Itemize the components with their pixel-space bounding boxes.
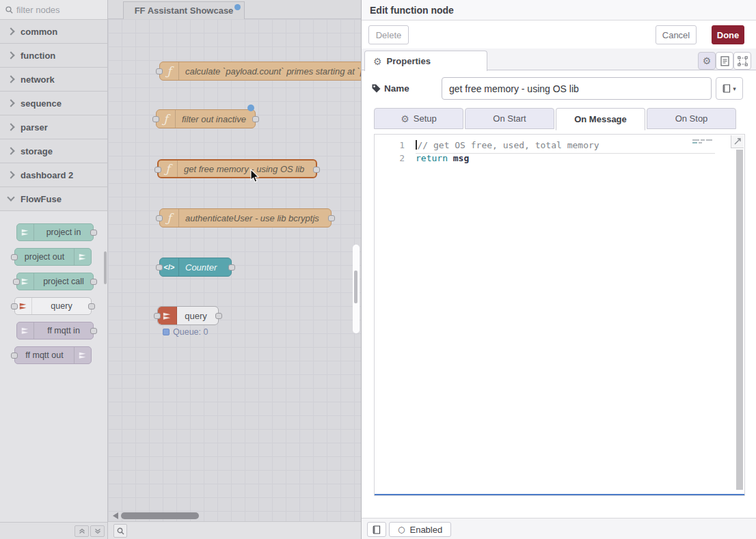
appearance-view-button[interactable] [733, 52, 751, 70]
gear-icon: ⚙ [401, 113, 409, 124]
node-label: calculate `payload.count` primes startin… [179, 62, 361, 80]
appearance-icon [738, 56, 748, 66]
canvas-horizontal-scrollbar [108, 512, 361, 520]
input-port [13, 279, 20, 285]
chevron-right-icon [7, 147, 14, 154]
output-port[interactable] [228, 264, 235, 271]
input-port[interactable] [156, 264, 163, 271]
function-node-filter-out-inactive[interactable]: ƒ filter out inactive [156, 109, 256, 128]
palette-category-storage[interactable]: storage [0, 139, 107, 163]
palette-category-parser[interactable]: parser [0, 115, 107, 139]
input-port[interactable] [152, 116, 159, 122]
flow-tab-bar: FF Assistant Showcase [108, 0, 361, 19]
function-icon: ƒ [157, 110, 176, 128]
palette-node-project-in[interactable]: project in [16, 223, 94, 241]
palette-category-common[interactable]: common [0, 20, 107, 44]
tab-on-stop[interactable]: On Stop [647, 108, 736, 129]
status-text: Queue: 0 [173, 327, 208, 337]
search-icon [117, 527, 124, 535]
output-port[interactable] [313, 167, 320, 173]
node-palette: common function network sequence parser … [0, 0, 108, 539]
cancel-button[interactable]: Cancel [656, 25, 697, 44]
editor-minimap[interactable] [692, 139, 717, 147]
input-port[interactable] [154, 167, 161, 173]
tab-on-message[interactable]: On Message [556, 108, 645, 130]
code-keyword: return [416, 153, 448, 163]
palette-category-network[interactable]: network [0, 68, 107, 92]
palette-node-project-call[interactable]: project call [16, 273, 94, 290]
delete-button[interactable]: Delete [368, 25, 409, 44]
palette-scrollbar-thumb[interactable] [104, 251, 107, 284]
name-input[interactable] [442, 77, 712, 100]
palette-node-label: project in [34, 224, 93, 240]
palette-filter-input[interactable] [16, 5, 92, 15]
node-status: Queue: 0 [163, 327, 208, 337]
output-port[interactable] [252, 116, 259, 122]
palette-category-sequence[interactable]: sequence [0, 92, 107, 115]
tab-on-start[interactable]: On Start [465, 108, 554, 129]
double-chevron-up-icon [79, 528, 85, 534]
gear-icon: ⚙ [703, 55, 712, 66]
flowfuse-logo-icon [17, 224, 34, 240]
node-label: Counter [179, 258, 231, 276]
tab-label: On Start [493, 113, 526, 124]
output-port[interactable] [328, 215, 335, 221]
node-label: query [177, 307, 218, 324]
scrollbar-thumb[interactable] [354, 271, 357, 303]
double-chevron-down-icon [94, 528, 101, 534]
function-node-calculate-primes[interactable]: ƒ calculate `payload.count` primes start… [159, 61, 361, 81]
done-button[interactable]: Done [712, 25, 744, 44]
function-icon: ƒ [160, 62, 179, 80]
palette-category-dashboard-2[interactable]: dashboard 2 [0, 163, 107, 187]
palette-node-label: ff mqtt out [15, 347, 74, 363]
search-flows-button[interactable] [113, 524, 127, 538]
panel-header: Edit function node [362, 0, 756, 20]
node-label: get free memory - using OS lib [178, 161, 316, 177]
editor-tab-row: ⚙ Properties ⚙ [362, 49, 756, 70]
workspace-footer [108, 521, 361, 539]
query-node[interactable]: query [157, 306, 219, 325]
expand-all-button[interactable] [90, 525, 105, 537]
palette-node-query[interactable]: query [14, 297, 92, 315]
editor-scrollbar-thumb[interactable] [736, 150, 743, 490]
enabled-label: Enabled [409, 525, 442, 535]
code-comment: // get OS free, used, total memory [418, 140, 599, 150]
collapse-all-button[interactable] [75, 525, 89, 537]
expand-editor-button[interactable] [731, 135, 744, 148]
scrollbar-thumb[interactable] [121, 512, 199, 519]
input-port[interactable] [156, 68, 163, 74]
function-node-get-free-memory[interactable]: ƒ get free memory - using OS lib [157, 159, 317, 178]
panel-title: Edit function node [370, 5, 454, 16]
line-number: 1 [375, 140, 405, 150]
library-button[interactable]: ▾ [716, 77, 743, 100]
flow-tab[interactable]: FF Assistant Showcase [123, 1, 245, 19]
tab-setup[interactable]: ⚙ Setup [374, 108, 463, 129]
palette-node-ff-mqtt-in[interactable]: ff mqtt in [16, 322, 94, 340]
description-view-button[interactable] [716, 52, 733, 70]
tab-properties[interactable]: ⚙ Properties [364, 51, 487, 71]
code-brackets-icon: </> [160, 258, 179, 276]
input-port [11, 303, 18, 309]
code-editor[interactable]: 1 2 // get OS free, used, total memory r… [374, 134, 745, 496]
template-node-counter[interactable]: </> Counter [159, 258, 232, 277]
chevron-right-icon [7, 75, 14, 83]
canvas-vertical-scrollbar[interactable] [353, 245, 360, 333]
flowfuse-logo-icon [158, 307, 177, 324]
category-label: function [21, 51, 55, 61]
palette-category-flowfuse[interactable]: FlowFuse [0, 187, 107, 211]
palette-category-function[interactable]: function [0, 44, 107, 68]
enabled-toggle-button[interactable]: ○ Enabled [389, 522, 451, 537]
palette-node-ff-mqtt-out[interactable]: ff mqtt out [14, 346, 92, 364]
library-export-button[interactable] [367, 522, 386, 537]
input-port[interactable] [156, 215, 163, 221]
workspace-area: FF Assistant Showcase ƒ calculate `paylo… [108, 0, 361, 539]
panel-button-row: Delete Cancel Done [362, 20, 756, 49]
editor-focus-underline [375, 494, 744, 495]
properties-view-button[interactable]: ⚙ [698, 52, 716, 70]
output-port[interactable] [215, 313, 222, 319]
flow-canvas[interactable]: ƒ calculate `payload.count` primes start… [108, 19, 361, 522]
function-node-authenticate-user[interactable]: ƒ authenticateUser - use lib bcryptjs [159, 208, 332, 227]
scroll-left-arrow-icon[interactable] [113, 512, 118, 519]
palette-node-project-out[interactable]: project out [14, 248, 92, 266]
input-port[interactable] [154, 313, 161, 319]
